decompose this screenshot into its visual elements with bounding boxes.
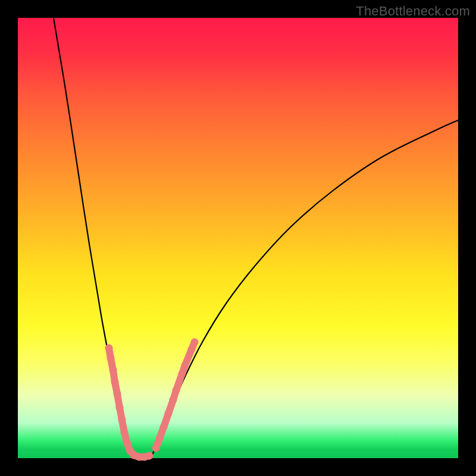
chart-frame: TheBottleneck.com <box>0 0 476 476</box>
marker-dot <box>181 362 189 369</box>
marker-dot <box>160 424 168 431</box>
marker-dot <box>123 439 131 446</box>
marker-dot <box>165 410 173 418</box>
marker-dot <box>156 435 164 443</box>
watermark-text: TheBottleneck.com <box>356 4 470 19</box>
right-branch-path <box>152 120 458 456</box>
marker-dot <box>105 345 113 352</box>
marker-dot <box>191 339 199 346</box>
marker-dot <box>121 429 129 437</box>
marker-dot <box>109 367 117 374</box>
marker-cluster <box>105 339 199 461</box>
marker-dot <box>114 390 121 398</box>
marker-dot <box>170 396 177 404</box>
left-branch-path <box>54 18 133 456</box>
marker-dot <box>118 416 126 424</box>
marker-dot <box>111 378 119 386</box>
marker-dot <box>173 387 180 394</box>
marker-dot <box>178 370 186 378</box>
curve-layer <box>18 18 458 458</box>
marker-dot <box>188 346 196 353</box>
marker-dot <box>152 444 160 452</box>
marker-dot <box>107 355 115 362</box>
marker-dot <box>116 404 124 412</box>
marker-dot <box>146 452 154 460</box>
